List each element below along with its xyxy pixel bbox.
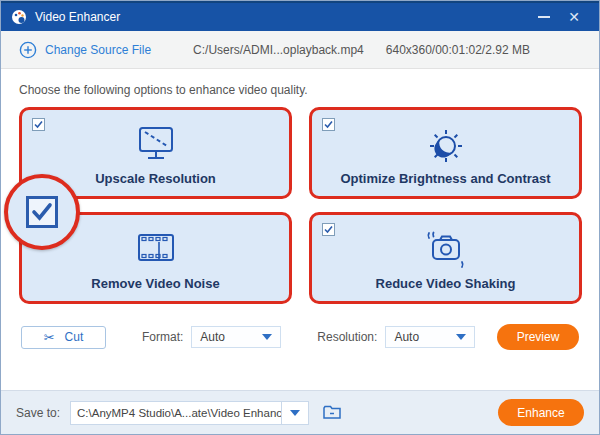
monitor-upscale-icon — [22, 124, 289, 164]
magnified-checkbox — [26, 196, 58, 228]
titlebar: Video Enhancer ✕ — [1, 1, 599, 31]
instruction-text: Choose the following options to enhance … — [19, 83, 581, 97]
minimize-icon — [538, 16, 550, 18]
save-bar: Save to: C:\AnyMP4 Studio\A...ate\Video … — [1, 390, 599, 434]
preview-button[interactable]: Preview — [497, 324, 579, 350]
save-path-dropdown-button[interactable] — [282, 401, 309, 425]
camera-shake-icon — [312, 229, 579, 271]
resolution-label: Resolution: — [317, 330, 377, 344]
enhance-options-grid: Upscale Resolution — [19, 107, 581, 304]
format-value: Auto — [200, 330, 225, 344]
scissors-icon: ✂ — [44, 330, 55, 345]
resolution-dropdown[interactable]: Auto — [385, 326, 475, 348]
change-source-file-label: Change Source File — [45, 43, 151, 57]
enhance-button[interactable]: Enhance — [498, 399, 584, 426]
option-label: Optimize Brightness and Contrast — [340, 171, 550, 186]
app-logo-palette-icon — [11, 9, 27, 25]
close-button[interactable]: ✕ — [559, 4, 589, 30]
minimize-button[interactable] — [529, 4, 559, 30]
resolution-value: Auto — [394, 330, 419, 344]
format-dropdown[interactable]: Auto — [191, 326, 281, 348]
option-card-optimize-brightness[interactable]: Optimize Brightness and Contrast — [309, 107, 582, 199]
chevron-down-icon — [262, 334, 272, 340]
chevron-down-icon — [456, 334, 466, 340]
main-content: Choose the following options to enhance … — [1, 69, 599, 390]
browse-folder-button[interactable] — [318, 401, 345, 425]
folder-icon — [322, 404, 342, 421]
video-enhancer-window: Video Enhancer ✕ Change Source File C:/U… — [0, 0, 600, 435]
plus-circle-icon — [19, 41, 37, 59]
close-icon: ✕ — [568, 9, 580, 25]
save-path-input[interactable]: C:\AnyMP4 Studio\A...ate\Video Enhancer — [70, 401, 282, 425]
window-title: Video Enhancer — [35, 10, 120, 24]
preview-button-label: Preview — [517, 330, 560, 344]
option-label: Reduce Video Shaking — [376, 276, 516, 291]
option-label: Remove Video Noise — [91, 276, 219, 291]
chevron-down-icon — [290, 410, 300, 416]
source-file-path: C:/Users/ADMI...oplayback.mp4 — [193, 43, 364, 57]
cut-button[interactable]: ✂ Cut — [21, 326, 106, 349]
format-label: Format: — [142, 330, 183, 344]
brightness-sun-icon — [312, 124, 579, 168]
save-path-group: C:\AnyMP4 Studio\A...ate\Video Enhancer — [70, 401, 309, 425]
cut-button-label: Cut — [65, 330, 84, 344]
option-label: Upscale Resolution — [95, 171, 216, 186]
save-to-label: Save to: — [16, 406, 60, 420]
enhance-button-label: Enhance — [517, 406, 564, 420]
annotation-zoom-circle — [4, 174, 80, 250]
source-header: Change Source File C:/Users/ADMI...oplay… — [1, 31, 599, 69]
option-card-reduce-shaking[interactable]: Reduce Video Shaking — [309, 212, 582, 304]
source-file-info: 640x360/00:01:02/2.92 MB — [386, 43, 530, 57]
change-source-file-button[interactable]: Change Source File — [19, 41, 151, 59]
output-toolbar: ✂ Cut Format: Auto Resolution: Auto Prev… — [19, 324, 581, 350]
